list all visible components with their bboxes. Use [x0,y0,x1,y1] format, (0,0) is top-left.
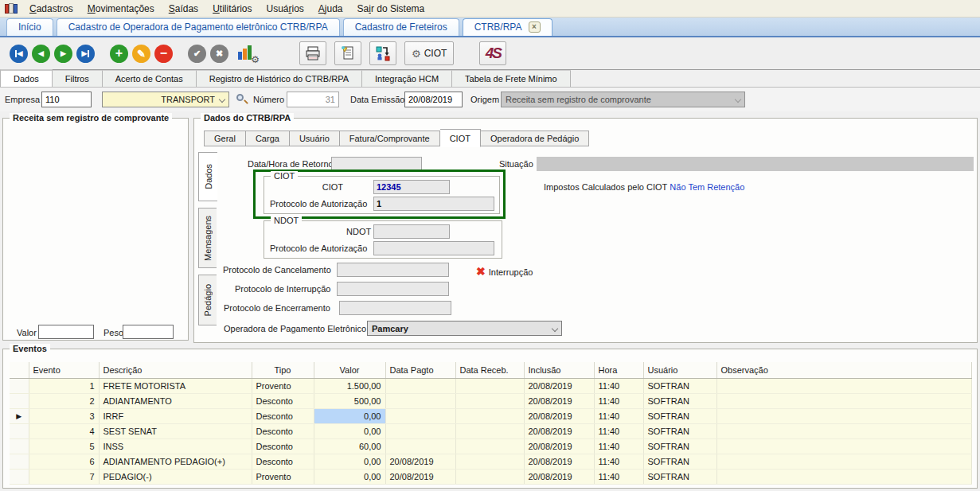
table-row[interactable]: 4SEST SENAT Desconto0,00 20/08/201911:40… [10,423,972,438]
ciot-label: CIOT [322,182,343,192]
origem-value: Receita sem registro de comprovante [506,95,731,104]
tab-tabela-frete-minimo[interactable]: Tabela de Frete Mínimo [452,70,571,87]
tab-geral[interactable]: Geral [204,131,246,146]
menu-saidas[interactable]: Saídas [162,1,205,17]
tab-acerto-de-contas[interactable]: Acerto de Contas [103,70,197,87]
interrupcao-x-icon: ✖ [476,265,486,278]
gears-icon: ⚙ [412,49,421,59]
menu-bar: Cadastros Movimentações Saídas Utilitári… [0,0,980,18]
empresa-input[interactable] [41,92,92,107]
menu-sair-do-sistema[interactable]: Sair do Sistema [350,1,432,17]
empresa-name-select[interactable]: TRANSPORT [102,92,229,107]
edit-button[interactable]: ✎ [132,45,150,63]
nav-previous-button[interactable]: ◀ [32,45,50,63]
delete-button[interactable]: − [154,45,173,63]
valor-label: Valor [17,328,37,337]
search-icon[interactable] [236,93,248,106]
nav-first-button[interactable]: ◀ [10,45,28,63]
table-header-row: Evento Descrição Tipo Valor Data Pagto D… [10,362,972,378]
nav-last-button[interactable]: ▶ [76,45,95,63]
toolbar: ◀ ◀ ▶ ▶ + ✎ − ✔ ✖ ⚙ [0,37,980,70]
menu-utilitarios[interactable]: Utilitários [205,1,259,17]
menu-usuarios[interactable]: Usuários [259,1,310,17]
ndot-protocolo-input[interactable] [373,241,494,255]
menu-movimentacoes[interactable]: Movimentações [80,1,162,17]
ciot-protocolo-label: Protocolo de Autorização [270,199,367,208]
menu-ajuda[interactable]: Ajuda [311,1,350,17]
app-icon [5,3,18,14]
protocolo-cancelamento-input[interactable] [337,263,449,277]
tab-filtros[interactable]: Filtros [53,70,103,87]
ndot-groupbox: NDOT NDOT Protocolo de Autorização [264,220,502,259]
col-observacao[interactable]: Observação [716,362,972,378]
side-tab-mensagens[interactable]: Mensagens [198,208,217,268]
col-usuario[interactable]: Usuário [643,362,716,378]
confirm-button[interactable]: ✔ [188,45,206,63]
tab-dados[interactable]: Dados [0,69,53,87]
col-hora[interactable]: Hora [594,362,643,378]
numero-input[interactable] [287,92,339,107]
tab-cadastro-operadora-label: Cadastro de Operadora de Pagamento eletr… [68,21,328,33]
interrupcao-indicator[interactable]: ✖Interrupção [476,265,533,278]
col-evento[interactable]: Evento [29,362,99,378]
peso-input[interactable] [123,325,174,339]
add-button[interactable]: + [110,45,128,63]
peso-label: Peso [103,328,123,337]
tab-ciot[interactable]: CIOT [440,129,481,147]
flow-button[interactable] [369,41,396,65]
eventos-table[interactable]: Evento Descrição Tipo Valor Data Pagto D… [10,362,972,485]
document-icon [340,45,356,61]
ciot-group-title: CIOT [271,171,298,181]
empresa-label: Empresa [5,95,40,104]
tab-operadora-pedagio[interactable]: Operadora de Pedágio [481,131,589,146]
chevron-down-icon [219,96,225,103]
protocolo-interrupcao-label: Protocolo de Interrupção [235,284,330,294]
ciot-input[interactable] [373,180,450,194]
chart-icon[interactable]: ⚙ [237,44,258,63]
col-data-receb[interactable]: Data Receb. [455,362,524,378]
tab-inicio[interactable]: Início [6,18,53,36]
tab-ctrb-rpa[interactable]: CTRB/RPA × [463,18,552,36]
tab-cadastro-operadora[interactable]: Cadastro de Operadora de Pagamento eletr… [57,18,340,36]
table-row[interactable]: 2ADIANTAMENTO Desconto500,00 20/08/20191… [10,393,972,408]
softran-logo-button[interactable]: 4S [479,41,506,65]
col-descricao[interactable]: Descrição [99,362,252,378]
table-row[interactable]: 7PEDAGIO(-) Provento0,00 20/08/2019 20/0… [10,469,972,484]
ndot-input[interactable] [373,224,450,239]
protocolo-encerramento-input[interactable] [339,301,451,315]
ciot-button[interactable]: ⚙ CIOT [404,41,454,65]
col-inclusao[interactable]: Inclusão [524,362,594,378]
print-button[interactable] [299,41,326,65]
report-button[interactable] [334,41,361,65]
table-row[interactable]: 5INSS Desconto60,00 20/08/201911:40 SOFT… [10,438,972,454]
col-tipo[interactable]: Tipo [252,362,314,378]
menu-cadastros[interactable]: Cadastros [22,1,80,17]
operadora-select[interactable]: Pamcary [367,321,562,336]
tab-usuario[interactable]: Usuário [290,131,340,146]
ctrb-tab-bar: Geral Carga Usuário Fatura/Comprovante C… [204,128,589,146]
cancel-button[interactable]: ✖ [210,45,228,63]
col-data-pagto[interactable]: Data Pagto [385,362,455,378]
col-valor[interactable]: Valor [314,362,385,378]
table-row-selected[interactable]: ▶ 3IRRF Desconto0,00 20/08/201911:40 SOF… [10,408,972,423]
tab-carga[interactable]: Carga [246,131,290,146]
table-row[interactable]: 6ADIANTAMENTO PEDAGIO(+) Desconto0,00 20… [10,454,972,469]
valor-input[interactable] [38,325,94,339]
data-emissao-input[interactable] [404,92,463,107]
data-emissao-label: Data Emissão [350,95,404,104]
nav-next-button[interactable]: ▶ [54,45,72,63]
tab-registro-historico[interactable]: Registro de Histórico do CTRB/RPA [197,70,362,87]
ciot-protocolo-input[interactable] [373,197,494,211]
side-tab-pedagio[interactable]: Pedágio [198,275,217,325]
eventos-groupbox: Eventos Evento Descrição Tipo Valor Data… [2,349,978,489]
protocolo-interrupcao-input[interactable] [337,282,449,296]
tab-cadastro-freteiros[interactable]: Cadastro de Freteiros [343,18,459,36]
tab-integracao-hcm[interactable]: Integração HCM [362,70,452,87]
close-icon[interactable]: × [529,21,541,33]
tab-cadastro-freteiros-label: Cadastro de Freteiros [355,21,447,33]
page-tab-bar: Dados Filtros Acerto de Contas Registro … [0,70,980,88]
tab-fatura-comprovante[interactable]: Fatura/Comprovante [340,131,440,146]
window-tab-bar: Início Cadastro de Operadora de Pagament… [0,18,980,37]
table-row[interactable]: 1FRETE MOTORISTA Provento1.500,00 20/08/… [10,378,972,393]
side-tab-dados[interactable]: Dados [198,152,217,201]
